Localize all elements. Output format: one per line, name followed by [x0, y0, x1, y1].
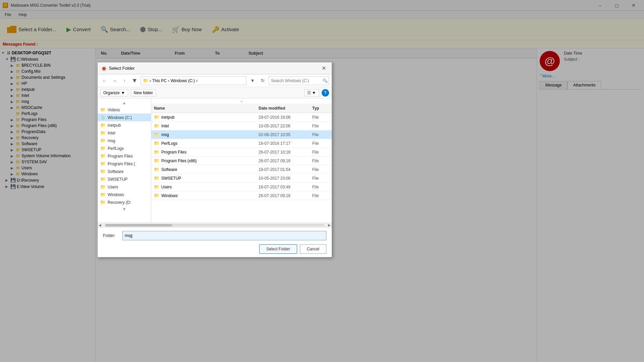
folder-icon: 📁 — [100, 123, 106, 128]
nav-back-button[interactable]: ← — [100, 77, 108, 85]
refresh-button[interactable]: ↻ — [259, 77, 267, 85]
search-icon: 🔍 — [323, 78, 328, 83]
dialog-toolbar: Organize ▼ New folder ☷ ▼ ? — [98, 87, 332, 99]
scrollbar-thumb[interactable] — [105, 224, 172, 227]
folder-icon: 📁 — [100, 107, 106, 112]
folder-icon: 📁 — [154, 141, 159, 146]
folder-input[interactable] — [122, 231, 326, 240]
grid-icon: ☷ — [307, 90, 311, 95]
breadcrumb: 📁 › This PC › Windows (C:) › — [141, 76, 247, 85]
col-name: Name — [154, 106, 259, 111]
folder-icon: 📁 — [100, 146, 106, 151]
horizontal-scrollbar[interactable]: ◀ ▶ — [98, 223, 332, 227]
dialog-search-input[interactable] — [271, 78, 321, 83]
dialog-nav: ▲ 📁 Videos 💿 Windows (C:) 📁 inetpub 📁 In… — [98, 99, 151, 223]
file-row[interactable]: 📁 Program Files 26-07-2017 10:18 File — [151, 148, 332, 157]
view-button[interactable]: ☷ ▼ — [304, 89, 319, 97]
select-folder-dialog: ◉ Select Folder ✕ ← → ↑ ⯆ 📁 › This PC › … — [97, 62, 332, 257]
folder-icon: 📁 — [100, 184, 106, 189]
folder-tree-icon: 📁 — [143, 78, 148, 83]
folder-icon: 📁 — [100, 192, 106, 197]
folder-icon: 📁 — [154, 176, 159, 181]
dialog-close-button[interactable]: ✕ — [320, 64, 328, 72]
chevron-down-icon: ▼ — [312, 90, 316, 95]
folder-icon: 📁 — [100, 177, 106, 182]
cancel-button[interactable]: Cancel — [300, 244, 326, 254]
file-list-header: Name Date modified Typ — [151, 104, 332, 113]
folder-icon: 📁 — [100, 154, 106, 159]
folder-icon: 📁 — [154, 149, 159, 155]
folder-icon: 📁 — [154, 123, 159, 128]
dnav-users[interactable]: 📁 Users — [98, 183, 151, 191]
dnav-videos[interactable]: 📁 Videos — [98, 106, 151, 114]
dialog-body: ▲ 📁 Videos 💿 Windows (C:) 📁 inetpub 📁 In… — [98, 99, 332, 223]
folder-icon: 📁 — [154, 132, 159, 137]
file-row[interactable]: 📁 Software 18-07-2017 01:54 File — [151, 165, 332, 174]
bc-this-pc: › — [150, 78, 151, 83]
dialog-button-row: Select Folder Cancel — [103, 244, 326, 254]
organize-button[interactable]: Organize ▼ — [100, 89, 128, 97]
folder-icon: 📁 — [100, 130, 106, 135]
chevron-down-icon: ▼ — [121, 90, 125, 95]
dnav-recovery-d[interactable]: 📁 Recovery (D: — [98, 198, 151, 206]
folder-icon: 📁 — [100, 161, 106, 166]
nav-up-button[interactable]: ↑ — [120, 77, 128, 85]
file-row[interactable]: 📁 Windows 26-07-2017 09:18 File — [151, 191, 332, 200]
scrollbar-track — [105, 224, 324, 227]
scroll-up-indicator: ▲ — [98, 100, 151, 106]
help-button[interactable]: ? — [322, 89, 329, 97]
dialog-footer: Folder: Select Folder Cancel — [98, 227, 332, 257]
file-row[interactable]: 📁 SWSETUP 10-05-2017 23:06 File — [151, 174, 332, 183]
dnav-programfiles[interactable]: 📁 Program Files — [98, 152, 151, 160]
folder-icon: 📁 — [100, 200, 106, 205]
dialog-logo-icon: ◉ — [102, 65, 106, 71]
dnav-inetpub[interactable]: 📁 inetpub — [98, 121, 151, 129]
folder-icon: 📁 — [154, 184, 159, 189]
file-row[interactable]: 📁 Intel 10-05-2017 22:06 File — [151, 122, 332, 130]
nav-forward-button[interactable]: → — [110, 77, 118, 85]
select-folder-button[interactable]: Select Folder — [259, 244, 297, 254]
drive-icon: 💿 — [100, 115, 106, 120]
dnav-perflogs[interactable]: 📁 PerfLogs — [98, 144, 151, 152]
folder-icon: 📁 — [100, 169, 106, 174]
dnav-windowsc[interactable]: 💿 Windows (C:) — [98, 114, 151, 121]
nav-recent-button[interactable]: ⯆ — [130, 77, 139, 85]
bc-dropdown-button[interactable]: ▼ — [249, 77, 257, 85]
col-date: Date modified — [259, 106, 312, 111]
folder-icon: 📁 — [154, 167, 159, 172]
folder-label: Folder: — [103, 233, 119, 238]
col-type: Typ — [312, 106, 329, 111]
bc-sep-1: › — [168, 78, 169, 83]
dnav-windows[interactable]: 📁 Windows — [98, 191, 151, 198]
file-row-msg[interactable]: 📁 msg 02-08-2017 10:55 File — [151, 130, 332, 139]
file-list-scroll-up: ▲ — [151, 99, 332, 104]
bc-sep-2: › — [196, 78, 198, 83]
dnav-programfiles-x86[interactable]: 📁 Program Files ( — [98, 160, 151, 168]
dnav-software[interactable]: 📁 Software — [98, 168, 151, 175]
scroll-right-arrow[interactable]: ▶ — [327, 223, 332, 227]
file-row[interactable]: 📁 Users 16-07-2017 03:49 File — [151, 183, 332, 191]
dialog-search-bar: 🔍 — [269, 76, 329, 85]
dnav-swsetup[interactable]: 📁 SWSETUP — [98, 175, 151, 183]
folder-input-row: Folder: — [103, 231, 326, 240]
file-row[interactable]: 📁 PerfLogs 16-07-2016 17:17 File — [151, 139, 332, 148]
dnav-msg[interactable]: 📁 msg — [98, 137, 151, 144]
folder-icon: 📁 — [154, 115, 159, 120]
dialog-title: ◉ Select Folder — [102, 65, 135, 71]
scroll-down-indicator: ▼ — [98, 206, 151, 212]
folder-icon: 📁 — [154, 193, 159, 198]
file-list: ▲ Name Date modified Typ 📁 inetpub 29-07… — [151, 99, 332, 223]
new-folder-button[interactable]: New folder — [131, 89, 156, 97]
dialog-titlebar: ◉ Select Folder ✕ — [98, 62, 332, 74]
file-row[interactable]: 📁 Program Files (x86) 26-07-2017 09:18 F… — [151, 157, 332, 165]
dialog-address-bar: ← → ↑ ⯆ 📁 › This PC › Windows (C:) › ▼ ↻… — [98, 74, 332, 87]
scroll-left-arrow[interactable]: ◀ — [98, 223, 102, 227]
dnav-intel[interactable]: 📁 Intel — [98, 129, 151, 137]
folder-icon: 📁 — [100, 138, 106, 143]
file-row[interactable]: 📁 inetpub 29-07-2016 18:08 File — [151, 113, 332, 122]
folder-icon: 📁 — [154, 158, 159, 163]
